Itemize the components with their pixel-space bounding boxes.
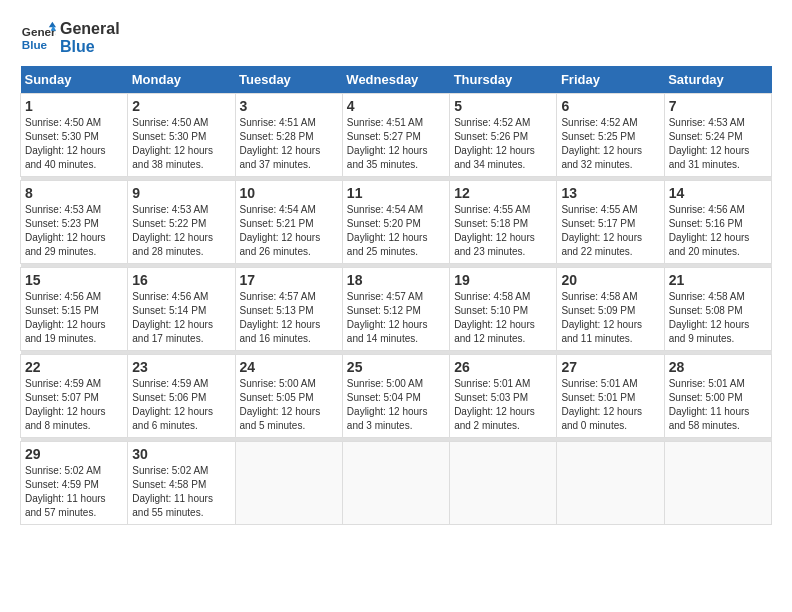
day-number: 3: [240, 98, 338, 114]
calendar-week-2: 15 Sunrise: 4:56 AM Sunset: 5:15 PM Dayl…: [21, 268, 772, 351]
sunrise-label: Sunrise: 4:55 AM: [561, 204, 637, 215]
day-number: 8: [25, 185, 123, 201]
day-info: Sunrise: 4:52 AM Sunset: 5:25 PM Dayligh…: [561, 116, 659, 172]
calendar-cell: 18 Sunrise: 4:57 AM Sunset: 5:12 PM Dayl…: [342, 268, 449, 351]
day-info: Sunrise: 4:52 AM Sunset: 5:26 PM Dayligh…: [454, 116, 552, 172]
daylight-label: Daylight: 12 hours and 6 minutes.: [132, 406, 213, 431]
sunrise-label: Sunrise: 4:56 AM: [669, 204, 745, 215]
day-number: 14: [669, 185, 767, 201]
calendar-cell: 8 Sunrise: 4:53 AM Sunset: 5:23 PM Dayli…: [21, 181, 128, 264]
sunrise-label: Sunrise: 5:01 AM: [561, 378, 637, 389]
day-number: 5: [454, 98, 552, 114]
day-info: Sunrise: 4:59 AM Sunset: 5:06 PM Dayligh…: [132, 377, 230, 433]
day-number: 20: [561, 272, 659, 288]
sunset-label: Sunset: 5:25 PM: [561, 131, 635, 142]
sunrise-label: Sunrise: 4:56 AM: [132, 291, 208, 302]
calendar-cell: 22 Sunrise: 4:59 AM Sunset: 5:07 PM Dayl…: [21, 355, 128, 438]
day-info: Sunrise: 4:55 AM Sunset: 5:18 PM Dayligh…: [454, 203, 552, 259]
daylight-label: Daylight: 12 hours and 12 minutes.: [454, 319, 535, 344]
daylight-label: Daylight: 12 hours and 38 minutes.: [132, 145, 213, 170]
calendar-week-4: 29 Sunrise: 5:02 AM Sunset: 4:59 PM Dayl…: [21, 442, 772, 525]
day-info: Sunrise: 4:50 AM Sunset: 5:30 PM Dayligh…: [132, 116, 230, 172]
calendar-cell: [235, 442, 342, 525]
day-info: Sunrise: 4:53 AM Sunset: 5:24 PM Dayligh…: [669, 116, 767, 172]
sunset-label: Sunset: 5:05 PM: [240, 392, 314, 403]
day-info: Sunrise: 5:01 AM Sunset: 5:03 PM Dayligh…: [454, 377, 552, 433]
sunrise-label: Sunrise: 4:52 AM: [561, 117, 637, 128]
header-monday: Monday: [128, 66, 235, 94]
calendar-cell: [664, 442, 771, 525]
sunset-label: Sunset: 5:06 PM: [132, 392, 206, 403]
sunset-label: Sunset: 5:30 PM: [132, 131, 206, 142]
day-number: 4: [347, 98, 445, 114]
calendar-cell: 20 Sunrise: 4:58 AM Sunset: 5:09 PM Dayl…: [557, 268, 664, 351]
daylight-label: Daylight: 12 hours and 22 minutes.: [561, 232, 642, 257]
sunrise-label: Sunrise: 4:57 AM: [240, 291, 316, 302]
day-number: 18: [347, 272, 445, 288]
sunrise-label: Sunrise: 4:52 AM: [454, 117, 530, 128]
sunset-label: Sunset: 5:21 PM: [240, 218, 314, 229]
day-number: 19: [454, 272, 552, 288]
day-number: 29: [25, 446, 123, 462]
calendar-cell: 25 Sunrise: 5:00 AM Sunset: 5:04 PM Dayl…: [342, 355, 449, 438]
sunset-label: Sunset: 5:24 PM: [669, 131, 743, 142]
sunset-label: Sunset: 5:16 PM: [669, 218, 743, 229]
day-number: 22: [25, 359, 123, 375]
svg-text:Blue: Blue: [22, 38, 48, 51]
daylight-label: Daylight: 12 hours and 17 minutes.: [132, 319, 213, 344]
day-info: Sunrise: 4:54 AM Sunset: 5:20 PM Dayligh…: [347, 203, 445, 259]
calendar-cell: 3 Sunrise: 4:51 AM Sunset: 5:28 PM Dayli…: [235, 94, 342, 177]
calendar-cell: 16 Sunrise: 4:56 AM Sunset: 5:14 PM Dayl…: [128, 268, 235, 351]
sunrise-label: Sunrise: 5:01 AM: [454, 378, 530, 389]
logo: General Blue General Blue: [20, 20, 120, 56]
day-info: Sunrise: 5:02 AM Sunset: 4:58 PM Dayligh…: [132, 464, 230, 520]
calendar-cell: 13 Sunrise: 4:55 AM Sunset: 5:17 PM Dayl…: [557, 181, 664, 264]
day-number: 27: [561, 359, 659, 375]
day-info: Sunrise: 4:51 AM Sunset: 5:28 PM Dayligh…: [240, 116, 338, 172]
sunrise-label: Sunrise: 4:58 AM: [561, 291, 637, 302]
sunset-label: Sunset: 4:59 PM: [25, 479, 99, 490]
sunrise-label: Sunrise: 5:00 AM: [240, 378, 316, 389]
daylight-label: Daylight: 11 hours and 55 minutes.: [132, 493, 213, 518]
daylight-label: Daylight: 12 hours and 2 minutes.: [454, 406, 535, 431]
sunrise-label: Sunrise: 4:59 AM: [132, 378, 208, 389]
day-info: Sunrise: 5:01 AM Sunset: 5:01 PM Dayligh…: [561, 377, 659, 433]
day-info: Sunrise: 4:55 AM Sunset: 5:17 PM Dayligh…: [561, 203, 659, 259]
day-number: 13: [561, 185, 659, 201]
sunrise-label: Sunrise: 4:56 AM: [25, 291, 101, 302]
day-info: Sunrise: 4:53 AM Sunset: 5:23 PM Dayligh…: [25, 203, 123, 259]
calendar-cell: 19 Sunrise: 4:58 AM Sunset: 5:10 PM Dayl…: [450, 268, 557, 351]
sunrise-label: Sunrise: 4:54 AM: [347, 204, 423, 215]
sunset-label: Sunset: 5:09 PM: [561, 305, 635, 316]
day-number: 9: [132, 185, 230, 201]
sunset-label: Sunset: 5:00 PM: [669, 392, 743, 403]
day-info: Sunrise: 4:54 AM Sunset: 5:21 PM Dayligh…: [240, 203, 338, 259]
calendar-week-3: 22 Sunrise: 4:59 AM Sunset: 5:07 PM Dayl…: [21, 355, 772, 438]
calendar-cell: [557, 442, 664, 525]
weekday-header-row: Sunday Monday Tuesday Wednesday Thursday…: [21, 66, 772, 94]
sunrise-label: Sunrise: 5:02 AM: [25, 465, 101, 476]
daylight-label: Daylight: 12 hours and 37 minutes.: [240, 145, 321, 170]
day-number: 23: [132, 359, 230, 375]
calendar-cell: 14 Sunrise: 4:56 AM Sunset: 5:16 PM Dayl…: [664, 181, 771, 264]
calendar-cell: 21 Sunrise: 4:58 AM Sunset: 5:08 PM Dayl…: [664, 268, 771, 351]
calendar-week-1: 8 Sunrise: 4:53 AM Sunset: 5:23 PM Dayli…: [21, 181, 772, 264]
calendar-cell: 2 Sunrise: 4:50 AM Sunset: 5:30 PM Dayli…: [128, 94, 235, 177]
day-number: 24: [240, 359, 338, 375]
day-number: 12: [454, 185, 552, 201]
calendar-cell: 23 Sunrise: 4:59 AM Sunset: 5:06 PM Dayl…: [128, 355, 235, 438]
daylight-label: Daylight: 12 hours and 23 minutes.: [454, 232, 535, 257]
calendar-cell: 30 Sunrise: 5:02 AM Sunset: 4:58 PM Dayl…: [128, 442, 235, 525]
calendar-cell: 28 Sunrise: 5:01 AM Sunset: 5:00 PM Dayl…: [664, 355, 771, 438]
day-info: Sunrise: 5:00 AM Sunset: 5:05 PM Dayligh…: [240, 377, 338, 433]
header-saturday: Saturday: [664, 66, 771, 94]
day-info: Sunrise: 4:53 AM Sunset: 5:22 PM Dayligh…: [132, 203, 230, 259]
calendar-week-0: 1 Sunrise: 4:50 AM Sunset: 5:30 PM Dayli…: [21, 94, 772, 177]
day-info: Sunrise: 4:50 AM Sunset: 5:30 PM Dayligh…: [25, 116, 123, 172]
sunset-label: Sunset: 5:18 PM: [454, 218, 528, 229]
sunset-label: Sunset: 5:14 PM: [132, 305, 206, 316]
sunset-label: Sunset: 5:07 PM: [25, 392, 99, 403]
sunset-label: Sunset: 5:22 PM: [132, 218, 206, 229]
sunset-label: Sunset: 5:30 PM: [25, 131, 99, 142]
sunset-label: Sunset: 4:58 PM: [132, 479, 206, 490]
